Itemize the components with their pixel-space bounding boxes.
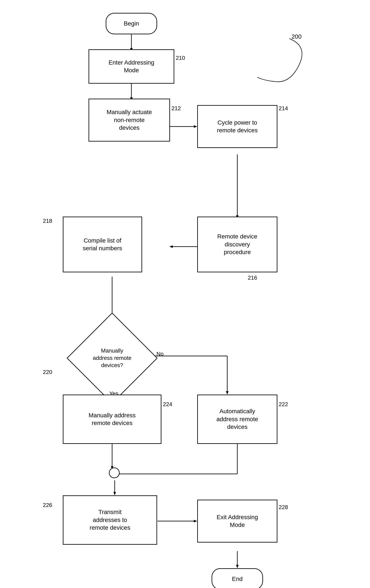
no-label: No [156,351,164,357]
svg-marker-25 [194,520,197,522]
decision-diamond-container: Manuallyaddress remotedevices? [73,320,151,397]
compile-list-node: Compile list ofserial numbers [63,217,142,272]
exit-addressing-node: Exit AddressingMode [197,500,278,543]
label-210: 210 [176,55,185,61]
svg-marker-9 [169,245,173,248]
transmit-node: Transmitaddresses toremote devices [63,495,157,545]
label-224: 224 [163,401,172,408]
manually-address-node: Manually addressremote devices [63,395,161,444]
automatically-address-node: Automaticallyaddress remotedevices [197,395,278,444]
flowchart: Begin Enter AddressingMode 210 Manually … [0,0,370,588]
label-226: 226 [43,502,52,508]
label-216: 216 [248,274,257,281]
end-node: End [212,568,263,588]
label-200: 200 [292,33,302,40]
cycle-power-node: Cycle power toremote devices [197,105,278,148]
svg-marker-14 [226,391,228,395]
manually-actuate-node: Manually actuatenon-remotedevices [89,99,170,142]
label-214: 214 [279,105,288,112]
remote-discovery-node: Remote devicediscoveryprocedure [197,217,278,272]
decision-text: Manuallyaddress remotedevices? [73,320,151,397]
svg-marker-27 [236,565,239,568]
svg-marker-5 [194,125,197,128]
label-218: 218 [43,218,52,224]
svg-marker-23 [113,492,116,495]
label-228: 228 [279,504,288,511]
label-222: 222 [279,401,288,408]
label-220: 220 [43,369,52,376]
label-212: 212 [172,105,181,112]
enter-addressing-node: Enter AddressingMode [89,49,174,84]
begin-node: Begin [106,13,157,34]
circle-connector [109,467,120,478]
